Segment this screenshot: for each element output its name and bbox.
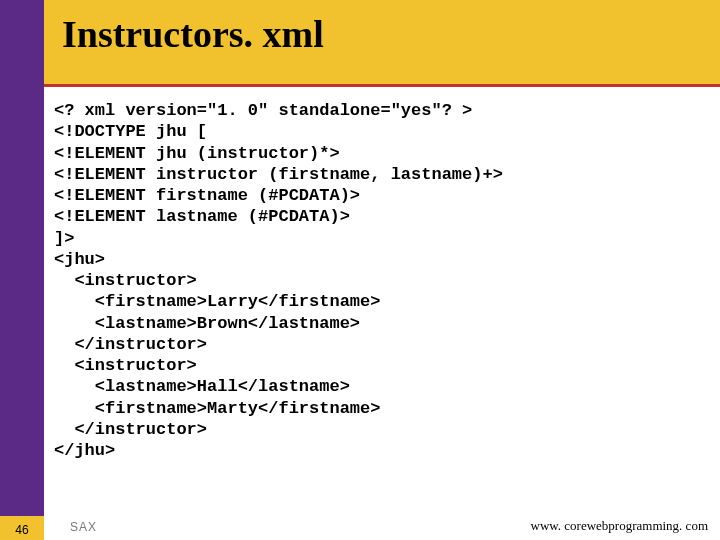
footer: 46 SAX www. corewebprogramming. com (0, 502, 720, 540)
slide: Instructors. xml <? xml version="1. 0" s… (0, 0, 720, 540)
footer-left-label: SAX (70, 520, 97, 534)
code-block: <? xml version="1. 0" standalone="yes"? … (54, 100, 503, 461)
header-red-line (44, 84, 720, 87)
footer-right-label: www. corewebprogramming. com (531, 518, 709, 534)
page-number: 46 (0, 523, 44, 537)
page-title: Instructors. xml (62, 12, 324, 56)
left-strip (0, 0, 44, 540)
